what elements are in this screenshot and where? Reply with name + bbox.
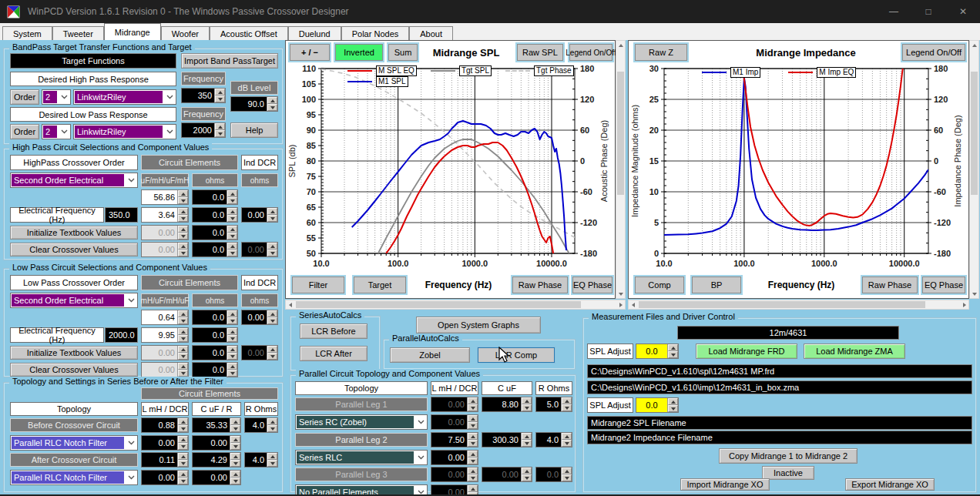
hp-c1-spinner[interactable]: 56.86 [141,189,189,205]
lp-r2-spinner[interactable]: 0.0 [192,327,238,343]
spinner-arrows[interactable] [667,398,678,412]
hp-initialize-button[interactable]: Initialize Textbook Values [10,226,138,240]
zobel-button[interactable]: Zobel [390,347,470,363]
lp-order-button[interactable]: Order [10,124,39,139]
hp-dcr1-spinner[interactable]: 0.00 [241,207,278,223]
tab-duelund[interactable]: Duelund [288,26,341,40]
tab-about[interactable]: About [409,26,453,40]
lp-order-combo[interactable]: 2 [42,124,71,139]
filter-button[interactable]: Filter [292,276,344,293]
tab-tweeter[interactable]: Tweeter [52,26,104,40]
lp-c2-spinner[interactable]: 9.95 [141,327,189,343]
spl-horizontal-scrollbar[interactable] [285,300,626,310]
scroll-left-arrow[interactable] [286,300,294,309]
spinner-arrows[interactable] [267,97,277,111]
copy-midrange-button[interactable]: Copy Midrange 1 to Midrange 2 [719,448,858,464]
hp-clear-button[interactable]: Clear Crossover Values [10,243,138,256]
leg2-l-spinner[interactable]: 7.50 [431,432,478,447]
after-r-spinner[interactable]: 4.0 [244,452,278,468]
leg2-c-spinner[interactable]: 300.30 [482,432,532,447]
plus-minus-button[interactable]: + / − [290,44,330,61]
tab-system[interactable]: System [2,26,52,40]
scroll-right-arrow[interactable] [616,300,625,309]
tab-acoustic-offset[interactable]: Acoustic Offset [210,26,288,40]
notch2-c-spinner[interactable]: 0.00 [192,470,241,485]
lp-r4-spinner[interactable]: 0.0 [192,362,238,377]
notch2-l-spinner[interactable]: 0.00 [141,470,189,485]
import-midrange-xo-button[interactable]: Import Midrange XO [680,478,770,491]
help-button[interactable]: Help [230,122,278,138]
scroll-left-arrow[interactable] [629,300,637,309]
scrollbar-thumb[interactable] [617,72,624,195]
spinner-arrows[interactable] [177,471,188,484]
maximize-button[interactable]: □ [911,0,945,23]
spinner-arrows[interactable] [227,226,237,240]
scrollbar-thumb[interactable] [971,72,978,195]
leg1-topology-combo[interactable]: Series RC (Zobel) [295,414,428,430]
bp-button[interactable]: BP [692,276,741,293]
spl-adjust-spinner-2[interactable]: 0.0 [636,397,679,413]
close-button[interactable]: ✕ [946,0,980,23]
spinner-arrows[interactable] [561,433,572,447]
import-bandpass-target-button[interactable]: Import Band PassTarget [181,53,278,69]
comp-button[interactable]: Comp [635,276,684,293]
imp-legend-button[interactable]: Legend On/Off [902,44,965,61]
lp-c1-spinner[interactable]: 0.64 [141,310,189,325]
spinner-arrows[interactable] [521,433,532,447]
spinner-arrows[interactable] [177,208,188,222]
sum-button[interactable]: Sum [388,44,418,61]
hp-c2-spinner[interactable]: 3.64 [141,207,189,223]
raw-spl-button[interactable]: Raw SPL [517,44,563,61]
hp-r4-spinner[interactable]: 0.0 [192,242,238,257]
tab-polar-nodes[interactable]: Polar Nodes [341,26,410,40]
imp-eq-phase-button[interactable]: EQ Phase [922,276,965,293]
spinner-arrows[interactable] [230,418,240,432]
lcr-before-button[interactable]: LCR Before [300,323,368,339]
after-l-spinner[interactable]: 0.11 [141,452,189,468]
spinner-arrows[interactable] [177,190,188,204]
hp-order-combo[interactable]: 2 [42,89,71,105]
imp-vertical-scrollbar[interactable] [969,40,979,299]
spinner-arrows[interactable] [267,418,277,432]
spinner-arrows[interactable] [214,89,225,102]
spl-vertical-scrollbar[interactable] [616,40,626,299]
spinner-arrows[interactable] [227,208,237,222]
spl-adjust-spinner-1[interactable]: 0.0 [636,344,679,359]
notch-filter-combo-1[interactable]: Parallel RLC Notch Filter [10,435,138,451]
spinner-arrows[interactable] [227,328,237,342]
spinner-arrows[interactable] [267,208,277,222]
spl-eq-phase-button[interactable]: EQ Phase [572,276,612,293]
before-r-spinner[interactable]: 4.0 [244,417,278,433]
before-c-spinner[interactable]: 35.33 [192,417,241,433]
raw-z-button[interactable]: Raw Z [635,44,687,61]
open-system-graphs-button[interactable]: Open System Graphs [416,317,541,333]
spl-raw-phase-button[interactable]: Raw Phase [512,276,568,293]
spinner-arrows[interactable] [267,310,277,324]
hp-frequency-spinner[interactable]: 350 [181,88,226,103]
scroll-down-arrow[interactable] [970,290,978,298]
notch-filter-combo-2[interactable]: Parallel RLC Notch Filter [10,470,138,485]
hp-type-combo[interactable]: LinkwitzRiley [73,89,176,105]
leg2-topology-combo[interactable]: Series RLC [295,450,428,465]
load-midrange-zma-button[interactable]: Load Midrange ZMA [804,344,905,359]
spinner-arrows[interactable] [267,453,277,467]
spinner-arrows[interactable] [177,328,188,342]
spinner-arrows[interactable] [177,436,188,450]
lp-r1-spinner[interactable]: 0.0 [192,310,238,325]
db-level-spinner[interactable]: 90.0 [230,96,278,112]
spinner-arrows[interactable] [467,451,478,464]
spl-legend-button[interactable]: Legend On/Off [569,44,612,61]
combo2-l-spinner[interactable]: 0.00 [431,450,478,465]
spinner-arrows[interactable] [227,190,237,204]
spinner-arrows[interactable] [561,397,572,411]
leg1-r-spinner[interactable]: 5.0 [535,397,572,412]
leg3-topology-combo[interactable]: No Parallel Elements [295,484,428,496]
spinner-arrows[interactable] [521,397,532,411]
export-midrange-xo-button[interactable]: Export Midrange XO [845,478,935,491]
hp-crossover-order-combo[interactable]: Second Order Electrical [10,173,138,188]
spinner-arrows[interactable] [667,344,678,358]
leg2-r-spinner[interactable]: 4.0 [535,432,572,447]
spinner-arrows[interactable] [230,436,240,450]
spinner-arrows[interactable] [230,453,240,467]
spinner-arrows[interactable] [214,123,225,137]
